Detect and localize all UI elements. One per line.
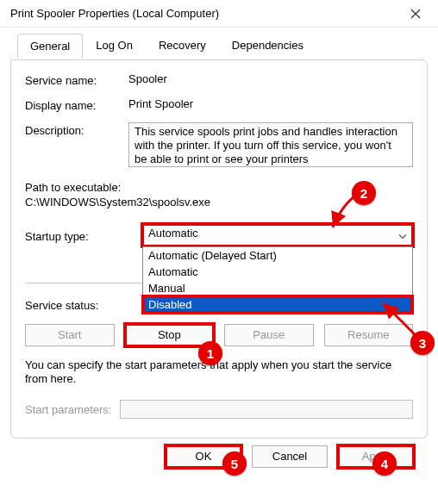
cancel-button[interactable]: Cancel	[252, 445, 328, 468]
startup-type-value: Automatic	[148, 227, 198, 240]
description-line-2: with the printer. If you turn off this s…	[135, 139, 407, 152]
callout-5: 5	[222, 451, 247, 476]
chevron-down-icon	[398, 229, 407, 242]
stop-button[interactable]: Stop	[125, 324, 215, 346]
description-textbox[interactable]: This service spools print jobs and handl…	[128, 122, 413, 167]
start-parameters-input	[120, 400, 413, 419]
description-line-3: be able to print or see your printers	[135, 152, 407, 166]
callout-2: 2	[352, 181, 376, 205]
service-name-value: Spooler	[128, 72, 413, 85]
service-name-label: Service name:	[25, 72, 128, 87]
callout-3: 3	[410, 331, 435, 355]
callout-1: 1	[198, 341, 222, 365]
tab-strip: General Log On Recovery Dependencies	[17, 33, 428, 58]
close-icon	[410, 9, 421, 19]
service-status-label: Service status:	[25, 297, 142, 312]
display-name-label: Display name:	[25, 97, 128, 112]
tab-logon[interactable]: Log On	[83, 33, 146, 58]
tab-recovery[interactable]: Recovery	[146, 33, 219, 58]
startup-type-options: Automatic (Delayed Start) Automatic Manu…	[142, 246, 413, 314]
startup-option-auto-delayed[interactable]: Automatic (Delayed Start)	[143, 247, 412, 264]
window-title: Print Spooler Properties (Local Computer…	[10, 7, 397, 20]
startup-type-label: Startup type:	[25, 228, 142, 243]
description-label: Description:	[25, 122, 128, 137]
tab-panel-general: Service name: Spooler Display name: Prin…	[10, 59, 428, 439]
close-button[interactable]	[397, 0, 435, 28]
startup-option-automatic[interactable]: Automatic	[143, 264, 412, 280]
start-params-note: You can specify the start parameters tha…	[25, 358, 413, 386]
description-line-1: This service spools print jobs and handl…	[135, 125, 407, 139]
callout-4: 4	[372, 451, 397, 476]
startup-type-dropdown[interactable]: Automatic	[142, 224, 413, 246]
start-button[interactable]: Start	[25, 324, 115, 346]
start-parameters-label: Start parameters:	[25, 403, 111, 416]
tab-general[interactable]: General	[17, 34, 83, 59]
pause-button[interactable]: Pause	[224, 324, 314, 346]
startup-option-disabled[interactable]: Disabled	[143, 296, 412, 313]
display-name-value: Print Spooler	[128, 97, 413, 110]
startup-option-manual[interactable]: Manual	[143, 280, 412, 296]
tab-dependencies[interactable]: Dependencies	[219, 33, 316, 58]
